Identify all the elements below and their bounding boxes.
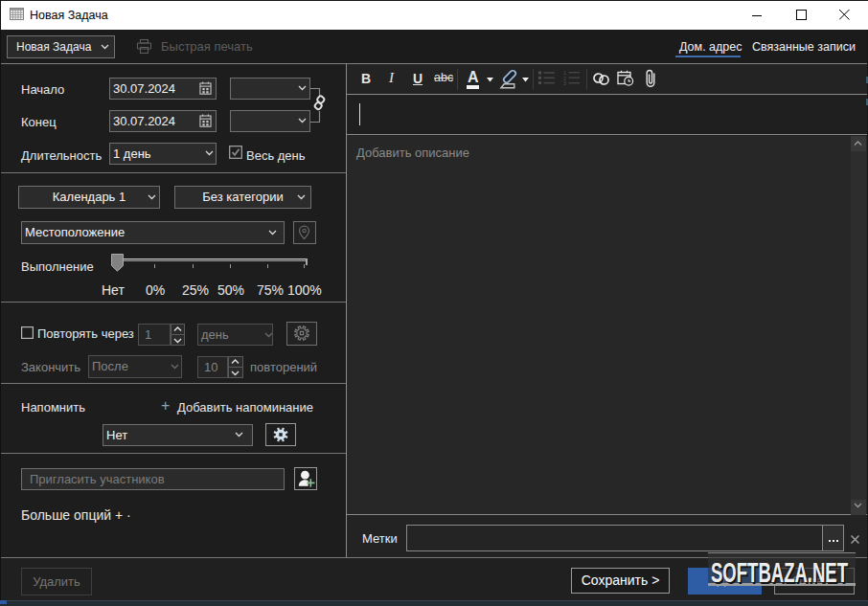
svg-text:SOFTBAZA.NET: SOFTBAZA.NET xyxy=(711,557,848,586)
svg-text:3: 3 xyxy=(563,80,566,85)
